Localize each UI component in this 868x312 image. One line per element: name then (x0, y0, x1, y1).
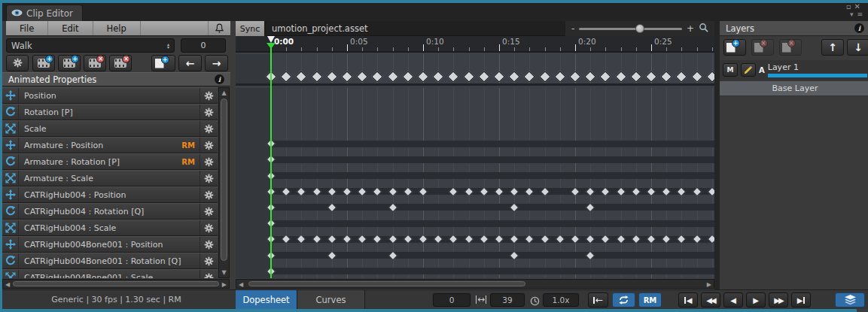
vertical-scroll-thumb[interactable] (221, 98, 227, 261)
info-icon[interactable]: i (854, 23, 864, 33)
sync-button[interactable]: Sync (236, 21, 266, 36)
menu-help[interactable]: Help (93, 21, 141, 35)
property-gear-icon[interactable] (199, 154, 218, 169)
delete-all-clips-button[interactable]: × (109, 55, 132, 71)
menu-file[interactable]: File (6, 21, 48, 35)
settings-button[interactable] (6, 55, 29, 71)
property-gear-icon[interactable] (199, 237, 218, 252)
keyframe-diamond[interactable] (432, 71, 444, 83)
zoom-slider-thumb[interactable] (635, 24, 644, 33)
current-frame-field[interactable]: 0 (433, 293, 471, 307)
property-gear-icon[interactable] (199, 121, 218, 136)
move-layer-down-button[interactable]: ↓ (847, 39, 868, 56)
property-row[interactable]: Armature : Rotation [P]RM (2, 153, 218, 170)
property-list-vertical-scrollbar[interactable]: ▲ ▼ (218, 87, 230, 278)
keyframe-diamond[interactable] (524, 71, 536, 83)
scroll-left-icon[interactable]: ◀ (239, 281, 243, 288)
zoom-out-label[interactable]: - (571, 23, 574, 34)
layer-row-base[interactable]: Base Layer (720, 80, 868, 96)
tab-curves[interactable]: Curves (297, 290, 365, 309)
property-gear-icon[interactable] (199, 88, 218, 103)
horizontal-scroll-thumb[interactable] (13, 281, 219, 286)
property-row[interactable]: CATRigHub004Bone001 : Rotation [Q] (2, 253, 218, 269)
notifications-bell-icon[interactable] (208, 21, 230, 35)
scroll-right-icon[interactable]: ▶ (222, 281, 227, 288)
property-row[interactable]: CATRigHub004 : Position (2, 186, 218, 203)
move-layer-up-button[interactable]: ↑ (821, 39, 844, 56)
zoom-in-label[interactable]: + (687, 23, 694, 34)
property-gear-icon[interactable] (199, 105, 218, 120)
keyframe-diamond[interactable] (508, 71, 520, 83)
property-row[interactable]: Armature : PositionRM (2, 137, 218, 153)
keyframe-diamond[interactable] (356, 71, 368, 83)
keyframe-diamond[interactable] (493, 71, 505, 83)
keyframe-diamond[interactable] (341, 71, 353, 83)
next-key-button[interactable]: ▶▶ (769, 292, 788, 307)
keyframe-diamond[interactable] (600, 71, 612, 83)
scroll-right-icon[interactable]: ▶ (707, 281, 711, 288)
project-file-field[interactable]: umotion_project.asset (266, 21, 565, 36)
layer-row-layer1[interactable]: M A Layer 1 (720, 60, 868, 80)
property-row[interactable]: Rotation [P] (2, 104, 218, 120)
magnifier-icon[interactable] (699, 23, 708, 35)
scroll-left-icon[interactable]: ◀ (5, 281, 10, 288)
keyframe-diamond[interactable] (372, 71, 384, 83)
keyframe-diamond[interactable] (660, 71, 672, 83)
layer-weight-bar[interactable] (768, 74, 867, 77)
property-gear-icon[interactable] (199, 204, 218, 219)
keyframe-diamond[interactable] (645, 71, 657, 83)
frame-offset-field[interactable]: 0 (181, 38, 226, 53)
add-layer-button[interactable]: + (723, 39, 746, 56)
property-gear-icon[interactable] (199, 138, 218, 153)
edit-layer-button[interactable] (741, 63, 756, 77)
playhead-flag-icon[interactable] (267, 36, 275, 43)
menu-edit[interactable]: Edit (48, 21, 93, 35)
duplicate-clip-button[interactable]: + (58, 55, 81, 71)
property-row[interactable]: Armature : Scale (2, 170, 218, 186)
zoom-slider[interactable] (579, 28, 682, 30)
info-icon[interactable]: i (215, 74, 224, 84)
keyframe-diamond[interactable] (311, 71, 323, 83)
keyframe-diamond[interactable] (691, 71, 703, 83)
property-row[interactable]: CATRigHub004 : Scale (2, 220, 218, 236)
merge-layer-button[interactable]: × (779, 39, 802, 56)
property-gear-icon[interactable] (199, 171, 218, 186)
keyframe-diamond[interactable] (326, 71, 338, 83)
dopesheet-horizontal-scrollbar[interactable]: ◀ ▶ (236, 279, 714, 289)
property-row[interactable]: CATRigHub004 : Rotation [Q] (2, 203, 218, 220)
scroll-up-icon[interactable]: ▲ (219, 89, 229, 96)
keyframe-diamond[interactable] (630, 71, 642, 83)
keyframe-diamond[interactable] (539, 71, 551, 83)
property-gear-icon[interactable] (199, 187, 218, 202)
keyframe-diamond[interactable] (478, 71, 490, 83)
keyframe-diamond[interactable] (387, 71, 399, 83)
keyframe-diamond[interactable] (448, 71, 460, 83)
last-frame-button[interactable]: ▶ (791, 292, 811, 307)
root-motion-button[interactable]: RM (638, 292, 662, 307)
maximize-icon[interactable]: ▫ (846, 2, 854, 11)
clip-select-dropdown[interactable]: Walk ▴▾ (6, 38, 175, 53)
keyframe-diamond[interactable] (706, 71, 714, 83)
add-clip-button[interactable]: + (32, 55, 55, 71)
previous-frame-button[interactable]: ◀ (723, 292, 743, 307)
first-frame-button[interactable]: ◀ (678, 292, 698, 307)
loop-playback-button[interactable] (612, 292, 635, 307)
playhead-triangle-icon[interactable] (266, 43, 276, 49)
timeline-ruler[interactable]: 0:000:050:100:150:200:25 (236, 36, 714, 53)
playhead-line[interactable] (270, 44, 272, 278)
property-row[interactable]: Position (2, 87, 218, 104)
keyframe-diamond[interactable] (584, 71, 596, 83)
playback-speed-field[interactable]: 1.0x (543, 293, 579, 307)
clip-length-field[interactable]: 39 (490, 293, 525, 307)
window-menu-icon[interactable]: ▾ ≡ (846, 11, 863, 18)
dopesheet-scroll-thumb[interactable] (248, 281, 525, 286)
keyframe-diamond[interactable] (554, 71, 566, 83)
play-button[interactable]: ▶ (746, 292, 766, 307)
property-row[interactable]: Scale (2, 120, 218, 137)
property-gear-icon[interactable] (199, 253, 218, 268)
jump-to-start-button[interactable]: ← (588, 292, 608, 307)
previous-clip-button[interactable]: ← (178, 55, 202, 71)
keyframe-diamond[interactable] (296, 71, 308, 83)
keyframe-diamond[interactable] (569, 71, 581, 83)
tab-clip-editor[interactable]: Clip Editor (6, 5, 83, 21)
